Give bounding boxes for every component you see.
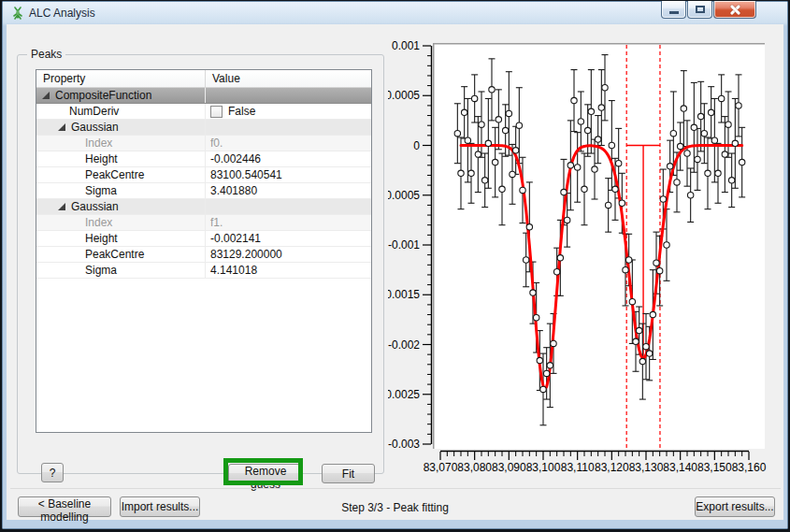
minimize-button[interactable]: [661, 1, 686, 19]
maximize-icon: [696, 6, 705, 13]
property-value-text: False: [228, 104, 255, 119]
x-tick-label: 83,110: [561, 461, 595, 474]
property-row[interactable]: Sigma3.401880: [36, 183, 371, 199]
property-row[interactable]: Indexf1.: [36, 215, 371, 231]
data-point: [526, 224, 532, 230]
property-name: Sigma: [36, 263, 206, 278]
help-button[interactable]: ?: [41, 463, 64, 482]
x-tick-label: 83,100: [526, 461, 561, 474]
property-row[interactable]: PeakCentre83100.540541: [36, 167, 371, 183]
property-label: PeakCentre: [85, 247, 144, 262]
property-value[interactable]: -0.002446: [206, 151, 372, 166]
property-value: [206, 88, 372, 103]
y-tick-label: 0.001: [392, 39, 420, 52]
remove-guess-button[interactable]: Remove guess: [228, 464, 303, 483]
property-row[interactable]: CompositeFunction: [36, 88, 371, 104]
plot-canvas[interactable]: 0.0010.00050-0.0005-0.001-0.0015-0.002-0…: [388, 28, 784, 488]
property-row[interactable]: Gaussian: [36, 199, 371, 215]
property-value-text: -0.002141: [210, 231, 261, 246]
property-value[interactable]: 83129.200000: [206, 247, 372, 262]
property-value[interactable]: 4.141018: [206, 263, 372, 278]
y-tick-label: -0.0015: [388, 288, 420, 301]
x-tick-label: 83,070: [424, 461, 458, 474]
property-row[interactable]: Height-0.002446: [36, 151, 371, 167]
alc-analysis-window: ALC Analysis Peaks Property Value Compos…: [0, 0, 790, 532]
property-label: PeakCentre: [85, 167, 144, 182]
x-tick-label: 83,150: [697, 461, 732, 474]
data-point: [684, 151, 690, 156]
peaks-group-label: Peaks: [27, 48, 65, 61]
property-row[interactable]: Height-0.002141: [36, 231, 371, 247]
footer-separator: [10, 488, 781, 489]
data-point: [619, 200, 625, 206]
data-point: [584, 127, 590, 133]
data-point: [502, 127, 508, 133]
mantid-app-icon: [10, 6, 25, 21]
data-point: [612, 186, 618, 192]
property-value-text: 4.141018: [210, 263, 257, 278]
data-point: [711, 137, 717, 143]
property-name: PeakCentre: [36, 167, 206, 182]
x-tick-label: 83,130: [629, 461, 664, 474]
property-value[interactable]: False: [206, 104, 372, 119]
y-tick-label: 0: [413, 139, 420, 152]
property-value-text: f0.: [210, 136, 223, 151]
data-point: [461, 109, 467, 115]
numderiv-checkbox[interactable]: [210, 106, 223, 118]
column-header-property[interactable]: Property: [36, 70, 206, 88]
export-results-button[interactable]: Export results...: [695, 496, 775, 517]
property-label: Index: [85, 215, 112, 230]
data-point: [582, 186, 587, 192]
property-value[interactable]: 83100.540541: [206, 167, 372, 182]
close-button[interactable]: [713, 1, 756, 19]
property-value: f0.: [206, 136, 372, 151]
data-point: [489, 87, 495, 93]
data-point: [667, 164, 672, 169]
data-point: [660, 196, 666, 202]
data-point: [728, 178, 734, 183]
x-axis: 83,07083,08083,09083,10083,11083,12083,1…: [424, 452, 767, 475]
y-tick-label: -0.0005: [388, 189, 420, 202]
property-value: [206, 120, 372, 135]
title-bar[interactable]: ALC Analysis: [2, 1, 788, 24]
data-point: [718, 95, 724, 101]
peaks-property-table[interactable]: Property Value CompositeFunctionNumDeriv…: [36, 69, 372, 433]
y-tick-label: -0.0025: [388, 388, 420, 401]
property-row[interactable]: NumDerivFalse: [36, 104, 371, 120]
property-row[interactable]: Sigma4.141018: [36, 263, 371, 279]
property-name: Gaussian: [36, 199, 206, 214]
maximize-button[interactable]: [687, 1, 712, 19]
data-point: [557, 255, 563, 261]
property-row[interactable]: PeakCentre83129.200000: [36, 247, 371, 263]
property-row[interactable]: Gaussian: [36, 120, 371, 136]
expand-collapse-icon[interactable]: [42, 92, 50, 99]
fit-button[interactable]: Fit: [322, 464, 375, 483]
expand-collapse-icon[interactable]: [58, 123, 65, 131]
data-point: [567, 163, 573, 168]
data-point: [695, 156, 700, 162]
peak-fit-plot[interactable]: 0.0010.00050-0.0005-0.001-0.0015-0.002-0…: [388, 28, 784, 488]
data-point: [691, 124, 697, 130]
property-name: Index: [36, 136, 206, 151]
expand-collapse-icon[interactable]: [58, 203, 65, 210]
column-header-value[interactable]: Value: [206, 70, 372, 88]
x-tick-label: 83,140: [663, 461, 697, 474]
data-point: [633, 338, 639, 344]
x-tick-label: 83,080: [457, 461, 492, 474]
minimize-icon: [669, 11, 679, 14]
property-row[interactable]: Indexf0.: [36, 136, 371, 151]
data-point: [530, 290, 536, 295]
data-point: [479, 122, 484, 127]
data-point: [629, 299, 635, 305]
data-point: [605, 202, 610, 208]
data-point: [537, 357, 542, 363]
data-point: [578, 119, 583, 124]
property-value[interactable]: 3.401880: [206, 183, 372, 198]
data-point: [650, 311, 655, 317]
data-point: [643, 343, 649, 349]
y-tick-label: -0.002: [388, 338, 420, 352]
data-point: [687, 193, 693, 198]
property-label: Gaussian: [71, 120, 119, 135]
property-value[interactable]: -0.002141: [206, 231, 372, 246]
data-point: [520, 187, 525, 193]
